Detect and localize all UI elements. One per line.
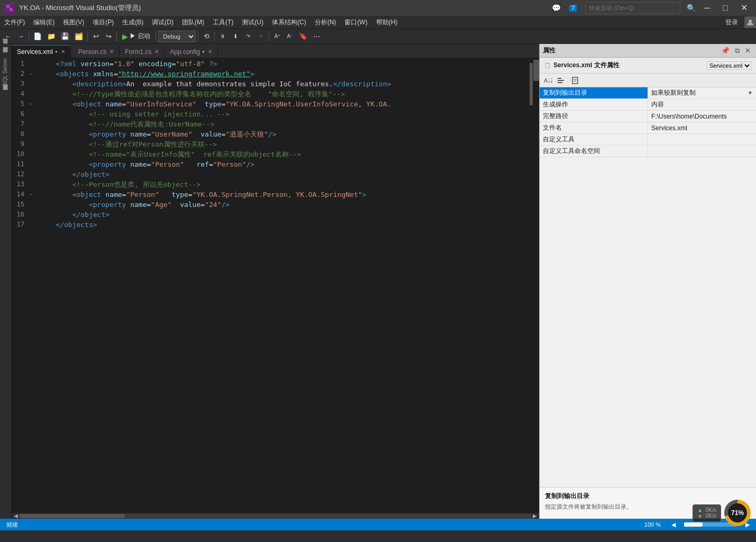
tab-close-icon[interactable]: ✕ bbox=[208, 49, 212, 55]
tab-app-config[interactable]: App.config ● ✕ bbox=[165, 45, 218, 58]
vertical-scrollbar[interactable] bbox=[533, 58, 539, 512]
code-lines-wrapper[interactable]: 1 <?xml version="1.0" encoding="utf-8" ?… bbox=[12, 58, 530, 512]
toolbar-step-over-button[interactable]: ↷ bbox=[242, 30, 254, 43]
tab-close-icon[interactable]: ✕ bbox=[154, 49, 159, 55]
props-sort-az-button[interactable]: A↓Z bbox=[542, 75, 554, 86]
toolbar-breakpoint-button[interactable]: ⏸ bbox=[217, 30, 229, 43]
toolbar-back-button[interactable]: ← bbox=[2, 30, 14, 43]
toolbar-redo-button[interactable]: ↪ bbox=[103, 30, 114, 43]
prop-val-1[interactable]: 内容 bbox=[648, 99, 756, 110]
code-content-17[interactable]: </objects> bbox=[37, 220, 530, 230]
menu-analyze[interactable]: 分析(N) bbox=[311, 16, 341, 29]
scroll-track[interactable] bbox=[19, 514, 532, 518]
toolbar-open-button[interactable]: 📁 bbox=[45, 30, 58, 43]
sidebar-resources-tab[interactable]: 资源视图 bbox=[0, 44, 11, 52]
toolbar-format-b[interactable]: A⁻ bbox=[284, 30, 296, 43]
sidebar-menu-tab[interactable]: 普通菜单资源管理器 bbox=[0, 90, 11, 98]
code-content-1[interactable]: <?xml version="1.0" encoding="utf-8" ?> bbox=[37, 59, 530, 69]
toolbar-save-all-button[interactable]: 🗂️ bbox=[72, 30, 85, 43]
code-content-5[interactable]: <object name="UserInfoService" type="YK.… bbox=[37, 99, 530, 109]
scroll-left-button-status[interactable]: ◀ bbox=[669, 521, 678, 528]
menu-debug[interactable]: 调试(D) bbox=[148, 16, 178, 29]
fold-indicator-2[interactable]: − bbox=[28, 69, 35, 79]
run-button[interactable]: ▶ ▶ 启动 bbox=[119, 30, 153, 43]
menu-project[interactable]: 项目(P) bbox=[88, 16, 118, 29]
toolbar-undo-button[interactable]: ↩ bbox=[90, 30, 102, 43]
toolbar-format-a[interactable]: A⁺ bbox=[271, 30, 283, 43]
menu-view[interactable]: 视图(V) bbox=[59, 16, 88, 29]
menu-team[interactable]: 团队(M) bbox=[178, 16, 208, 29]
chat-icon[interactable]: 💬 bbox=[552, 4, 561, 12]
login-button[interactable]: 登录 bbox=[721, 17, 742, 28]
code-content-11[interactable]: <property name="Person" ref="Person"/> bbox=[37, 159, 530, 169]
menu-architecture[interactable]: 体系结构(C) bbox=[268, 16, 311, 29]
toolbar-extra-1[interactable]: ⟲ bbox=[201, 30, 212, 43]
properties-row-1[interactable]: 生成操作内容 bbox=[540, 99, 756, 111]
prop-val-0[interactable]: 如果较新则复制▼ bbox=[648, 87, 756, 98]
prop-val-2[interactable]: F:\Users\home\Documents bbox=[648, 111, 756, 122]
code-content-9[interactable]: <!--通过ref对Person属性进行关联--> bbox=[37, 139, 530, 149]
sidebar-sql-tab[interactable]: SQL Server 对象资源管理器 bbox=[0, 52, 11, 90]
props-categorize-button[interactable] bbox=[555, 75, 568, 86]
toolbar-bookmark[interactable]: 🔖 bbox=[297, 30, 309, 43]
maximize-button[interactable]: □ bbox=[718, 0, 732, 16]
account-icon[interactable] bbox=[744, 16, 756, 28]
menu-window[interactable]: 窗口(W) bbox=[340, 16, 371, 29]
toolbar-step-out-button[interactable]: ↑ bbox=[255, 30, 267, 43]
code-editor[interactable]: 1 <?xml version="1.0" encoding="utf-8" ?… bbox=[12, 58, 539, 512]
tab-person-cs[interactable]: Person.cs ✕ bbox=[73, 45, 120, 58]
code-content-13[interactable]: <!--Person也是类, 所以先object--> bbox=[37, 179, 530, 189]
tab-services-xml[interactable]: Services.xml ● ✕ bbox=[12, 45, 71, 58]
properties-row-2[interactable]: 完整路径F:\Users\home\Documents bbox=[540, 111, 756, 122]
prop-val-4[interactable] bbox=[648, 134, 756, 145]
code-content-14[interactable]: <object name="Person" type="YK.OA.Spring… bbox=[37, 189, 530, 200]
config-dropdown[interactable]: Debug Release bbox=[158, 31, 196, 42]
fold-indicator-5[interactable]: − bbox=[28, 99, 35, 109]
prop-dropdown-arrow-0[interactable]: ▼ bbox=[748, 90, 753, 96]
menu-tools[interactable]: 工具(T) bbox=[208, 16, 238, 29]
code-content-4[interactable]: <!--//type属性值必须是包含程序集名称在内的类型全名 "命名空间, 程序… bbox=[37, 89, 530, 99]
tab-form1-cs[interactable]: Form1.cs ✕ bbox=[120, 45, 165, 58]
properties-row-5[interactable]: 自定义工具命名空间 bbox=[540, 146, 756, 157]
properties-row-4[interactable]: 自定义工具 bbox=[540, 134, 756, 146]
properties-selector[interactable]: Services.xml bbox=[707, 61, 752, 70]
properties-row-3[interactable]: 文件名Services.xml bbox=[540, 122, 756, 134]
menu-test[interactable]: 测试(U) bbox=[238, 16, 268, 29]
props-pages-button[interactable] bbox=[569, 75, 582, 86]
code-content-2[interactable]: <objects xmlns="http://www.springframewo… bbox=[37, 69, 530, 79]
scroll-right-button[interactable]: ▶ bbox=[532, 513, 538, 519]
props-float-button[interactable]: ⧉ bbox=[733, 46, 742, 56]
tab-close-icon[interactable]: ✕ bbox=[110, 49, 114, 55]
code-content-15[interactable]: <property name="Age" value="24"/> bbox=[37, 200, 530, 210]
properties-row-0[interactable]: 复制到输出目录如果较新则复制▼ bbox=[540, 87, 756, 99]
code-content-12[interactable]: </object> bbox=[37, 169, 530, 179]
prop-val-5[interactable] bbox=[648, 146, 756, 157]
scrollbar-thumb[interactable] bbox=[533, 60, 539, 81]
toolbar-new-button[interactable]: 📄 bbox=[31, 30, 44, 43]
menu-edit[interactable]: 编辑(E) bbox=[29, 16, 59, 29]
code-content-8[interactable]: <property name="UserName" value="逍遥小天狼"/… bbox=[37, 129, 530, 139]
minimize-button[interactable]: ─ bbox=[700, 0, 714, 16]
prop-val-3[interactable]: Services.xml bbox=[648, 122, 756, 133]
horizontal-scrollbar[interactable]: ◀ ▶ bbox=[12, 512, 539, 519]
fold-indicator-14[interactable]: − bbox=[28, 189, 35, 200]
menu-file[interactable]: 文件(F) bbox=[0, 16, 29, 29]
toolbar-forward-button[interactable]: → bbox=[15, 30, 26, 43]
zoom-level[interactable]: 100 % bbox=[642, 521, 663, 528]
code-content-3[interactable]: <description>An example that demonstrate… bbox=[37, 79, 530, 89]
code-content-10[interactable]: <!--name="表示UserInfo属性" ref表示关联的object名称… bbox=[37, 149, 530, 159]
props-close-button[interactable]: ✕ bbox=[743, 46, 753, 56]
tab-close-icon[interactable]: ✕ bbox=[61, 49, 65, 55]
close-button[interactable]: ✕ bbox=[736, 0, 752, 16]
code-content-16[interactable]: </object> bbox=[37, 210, 530, 220]
menu-build[interactable]: 生成(B) bbox=[118, 16, 148, 29]
notification-badge[interactable]: 7 bbox=[569, 5, 577, 12]
toolbar-extra-2[interactable]: ⋯ bbox=[311, 30, 322, 43]
props-pin-button[interactable]: 📌 bbox=[719, 46, 732, 56]
scroll-left-button[interactable]: ◀ bbox=[13, 513, 19, 519]
code-content-7[interactable]: <!--//name代表属性名:UserName--> bbox=[37, 119, 530, 129]
code-content-6[interactable]: <!-- using setter injection... --> bbox=[37, 109, 530, 119]
menu-help[interactable]: 帮助(H) bbox=[372, 16, 402, 29]
quick-launch-input[interactable] bbox=[585, 2, 680, 14]
toolbar-step-button[interactable]: ⬇ bbox=[230, 30, 241, 43]
